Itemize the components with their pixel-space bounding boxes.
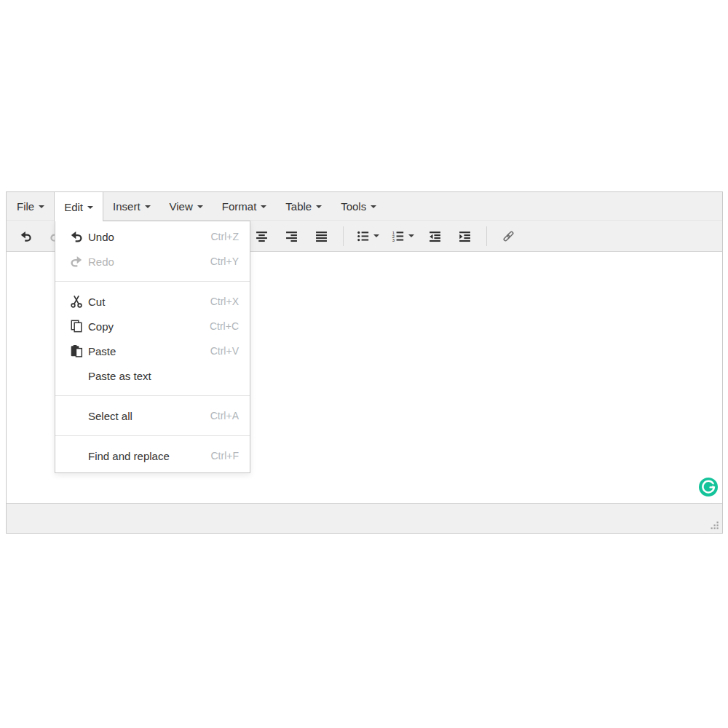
copy-icon: [70, 320, 83, 333]
bullet-list-button[interactable]: [350, 225, 385, 247]
menu-edit[interactable]: Edit: [54, 192, 103, 221]
chevron-down-icon: [87, 206, 93, 209]
chevron-down-icon[interactable]: [408, 234, 414, 237]
menu-item-paste[interactable]: Paste Ctrl+V: [55, 339, 250, 363]
chevron-down-icon: [197, 205, 203, 208]
numbered-list-icon: [392, 230, 404, 242]
menu-item-find-and-replace[interactable]: Find and replace Ctrl+F: [55, 443, 250, 468]
chevron-down-icon: [261, 205, 266, 208]
resize-grip-icon[interactable]: [709, 520, 719, 530]
align-justify-icon: [315, 230, 328, 242]
menu-item-shortcut: Ctrl+Y: [210, 256, 239, 267]
menu-item-label: Find and replace: [88, 450, 170, 462]
chevron-down-icon[interactable]: [373, 234, 379, 237]
menu-separator: [55, 281, 250, 282]
menu-table-label: Table: [285, 200, 312, 213]
menu-edit-label: Edit: [64, 201, 83, 213]
outdent-icon: [429, 230, 441, 242]
menu-item-copy[interactable]: Copy Ctrl+C: [55, 314, 250, 339]
toolbar-format-group: [247, 225, 523, 247]
cut-icon: [70, 295, 83, 308]
align-right-button[interactable]: [277, 225, 306, 247]
menu-item-redo[interactable]: Redo Ctrl+Y: [55, 249, 250, 274]
menu-view[interactable]: View: [160, 192, 213, 220]
menu-item-shortcut: Ctrl+Z: [211, 231, 240, 242]
menu-format-label: Format: [222, 200, 257, 213]
menu-item-paste-as-text[interactable]: Paste as text: [55, 363, 250, 388]
align-center-icon: [256, 230, 268, 242]
chevron-down-icon: [145, 205, 151, 208]
menu-tools-label: Tools: [341, 200, 366, 213]
menu-separator: [55, 395, 250, 396]
undo-button[interactable]: [11, 225, 41, 247]
undo-icon: [20, 230, 32, 242]
align-right-icon: [285, 230, 298, 242]
menu-insert-label: Insert: [113, 200, 141, 213]
menu-item-label: Select all: [88, 410, 132, 422]
menu-tools[interactable]: Tools: [331, 192, 386, 220]
toolbar-separator: [343, 226, 344, 246]
toolbar-separator: [486, 226, 487, 246]
menu-file[interactable]: File: [7, 192, 54, 220]
chevron-down-icon: [39, 205, 44, 208]
menu-item-select-all[interactable]: Select all Ctrl+A: [55, 403, 250, 428]
insert-link-button[interactable]: [494, 225, 523, 247]
chevron-down-icon: [371, 205, 376, 208]
indent-button[interactable]: [450, 225, 480, 247]
menu-item-shortcut: Ctrl+F: [211, 450, 240, 462]
menu-table[interactable]: Table: [276, 192, 331, 220]
page: File Edit Insert View Format Table: [0, 0, 728, 728]
menu-item-label: Copy: [88, 320, 114, 333]
menu-separator: [55, 435, 250, 436]
menu-item-shortcut: Ctrl+A: [210, 410, 239, 422]
undo-icon: [70, 230, 83, 243]
outdent-button[interactable]: [420, 225, 450, 247]
menu-item-shortcut: Ctrl+X: [210, 296, 239, 307]
menu-item-shortcut: Ctrl+C: [210, 320, 239, 332]
paste-icon: [70, 344, 83, 357]
redo-icon: [70, 255, 83, 268]
bullet-list-icon: [357, 230, 369, 242]
grammarly-button[interactable]: [698, 477, 719, 497]
menu-item-undo[interactable]: Undo Ctrl+Z: [55, 224, 250, 249]
align-justify-button[interactable]: [306, 225, 336, 247]
menu-insert[interactable]: Insert: [103, 192, 160, 220]
menu-item-label: Redo: [88, 256, 114, 268]
menu-item-shortcut: Ctrl+V: [210, 345, 239, 357]
menu-view-label: View: [170, 200, 193, 213]
menu-item-label: Undo: [88, 231, 114, 243]
link-icon: [502, 230, 515, 242]
indent-icon: [459, 230, 471, 242]
menu-item-label: Cut: [88, 296, 105, 308]
menu-item-cut[interactable]: Cut Ctrl+X: [55, 289, 250, 314]
edit-dropdown-menu: Undo Ctrl+Z Redo Ctrl+Y Cut Ctrl+X Copy …: [55, 221, 250, 473]
align-center-button[interactable]: [247, 225, 277, 247]
menu-bar: File Edit Insert View Format Table: [7, 192, 722, 221]
menu-file-label: File: [17, 200, 34, 213]
numbered-list-button[interactable]: [385, 225, 420, 247]
menu-item-label: Paste: [88, 345, 116, 357]
rich-text-editor: File Edit Insert View Format Table: [6, 191, 723, 534]
menu-format[interactable]: Format: [213, 192, 277, 220]
menu-item-label: Paste as text: [88, 370, 151, 382]
grammarly-icon: [698, 477, 719, 497]
chevron-down-icon: [316, 205, 322, 208]
status-bar: [7, 503, 722, 533]
